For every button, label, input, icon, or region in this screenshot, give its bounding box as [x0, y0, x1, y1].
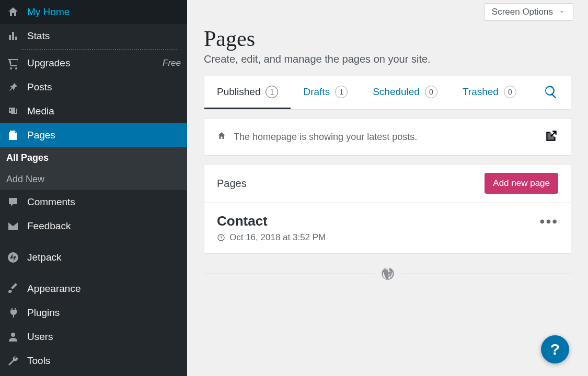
media-icon	[6, 104, 20, 118]
sidebar-item-my-home[interactable]: My Home	[0, 0, 187, 24]
svg-point-1	[11, 333, 15, 337]
page-title: Pages	[204, 26, 580, 51]
external-link-icon	[545, 129, 558, 143]
page-row[interactable]: Contact Oct 16, 2018 at 3:52 PM •••	[204, 203, 571, 253]
tab-label: Trashed	[463, 86, 499, 98]
sidebar-item-label: Users	[27, 331, 53, 343]
brush-icon	[6, 282, 20, 296]
sidebar-item-pages[interactable]: Pages	[0, 123, 187, 147]
sidebar-item-label: Upgrades	[27, 57, 70, 69]
sidebar-item-jetpack[interactable]: Jetpack	[0, 245, 187, 269]
sidebar-submenu-pages: All Pages Add New	[0, 147, 187, 190]
sidebar-item-label: Plugins	[27, 307, 60, 319]
sidebar-item-label: Stats	[27, 30, 50, 42]
tab-label: Drafts	[303, 86, 330, 98]
stats-icon	[6, 29, 20, 43]
wordpress-logo-icon	[381, 266, 395, 281]
count-badge: 1	[266, 86, 278, 98]
pin-icon	[6, 80, 20, 94]
count-badge: 1	[335, 86, 348, 98]
help-icon: ?	[550, 340, 560, 358]
tab-scheduled[interactable]: Scheduled 0	[360, 76, 450, 109]
search-icon	[544, 85, 558, 99]
sidebar-item-media[interactable]: Media	[0, 99, 187, 123]
sidebar-item-tools[interactable]: Tools	[0, 349, 187, 373]
screen-options-button[interactable]: Screen Options	[484, 3, 573, 21]
external-link-button[interactable]	[545, 129, 558, 145]
comments-icon	[6, 195, 20, 209]
sidebar-item-posts[interactable]: Posts	[0, 75, 187, 99]
tab-label: Scheduled	[373, 86, 420, 98]
page-row-title: Contact	[217, 213, 326, 229]
chevron-down-icon	[558, 8, 566, 16]
pages-section-label: Pages	[217, 178, 247, 190]
feedback-icon	[6, 219, 20, 233]
tabs-panel: Published 1 Drafts 1 Scheduled 0 Trashed…	[204, 76, 571, 110]
sidebar-item-label: Comments	[27, 196, 75, 208]
page-description: Create, edit, and manage the pages on yo…	[204, 53, 580, 65]
page-row-more-button[interactable]: •••	[540, 213, 558, 230]
cart-icon	[6, 56, 20, 70]
sidebar-item-stats[interactable]: Stats	[0, 24, 187, 48]
tab-drafts[interactable]: Drafts 1	[291, 76, 360, 109]
sidebar-item-label: Appearance	[27, 283, 80, 295]
sidebar-sub-add-new[interactable]: Add New	[0, 169, 187, 190]
jetpack-icon	[6, 251, 20, 264]
sidebar-item-label: My Home	[27, 6, 70, 18]
count-badge: 0	[425, 86, 437, 98]
page-row-date: Oct 16, 2018 at 3:52 PM	[229, 232, 326, 243]
add-new-page-button[interactable]: Add new page	[485, 173, 558, 194]
home-notice-panel: The homepage is showing your latest post…	[204, 118, 571, 156]
home-icon	[217, 131, 226, 143]
wrench-icon	[6, 354, 20, 368]
pages-icon	[6, 128, 20, 142]
sidebar-item-label: Posts	[27, 81, 52, 93]
tab-label: Published	[217, 86, 260, 98]
sidebar-item-label: Tools	[27, 355, 50, 367]
svg-point-0	[8, 252, 18, 263]
help-button[interactable]: ?	[541, 335, 569, 363]
plug-icon	[6, 306, 20, 320]
tabs: Published 1 Drafts 1 Scheduled 0 Trashed…	[204, 76, 571, 109]
user-icon	[6, 330, 20, 344]
sidebar-item-label: Jetpack	[27, 252, 61, 263]
sidebar-item-label: Media	[27, 105, 54, 117]
sidebar-sub-all-pages[interactable]: All Pages	[0, 147, 187, 169]
main-content: Screen Options Pages Create, edit, and m…	[187, 0, 588, 376]
screen-options-label: Screen Options	[492, 7, 553, 17]
home-icon	[6, 5, 20, 19]
clock-icon	[217, 233, 225, 242]
count-badge: 0	[504, 86, 516, 98]
sidebar-item-label: Pages	[27, 130, 55, 141]
sidebar-item-label: Feedback	[27, 220, 71, 232]
sidebar-item-plugins[interactable]: Plugins	[0, 301, 187, 325]
sidebar-item-upgrades[interactable]: Upgrades Free	[0, 51, 187, 75]
sidebar-item-meta: Free	[163, 58, 181, 68]
sidebar-item-appearance[interactable]: Appearance	[0, 277, 187, 301]
tab-published[interactable]: Published 1	[204, 76, 291, 109]
admin-sidebar: My Home Stats Upgrades Free Posts Media …	[0, 0, 187, 376]
sidebar-divider	[21, 49, 177, 50]
sidebar-item-feedback[interactable]: Feedback	[0, 214, 187, 238]
search-button[interactable]	[531, 85, 571, 101]
home-notice-message: The homepage is showing your latest post…	[234, 132, 417, 143]
pages-list-panel: Pages Add new page Contact Oct 16, 2018 …	[204, 164, 571, 254]
sidebar-item-comments[interactable]: Comments	[0, 190, 187, 214]
tab-trashed[interactable]: Trashed 0	[450, 76, 529, 109]
page-header: Pages Create, edit, and manage the pages…	[204, 26, 580, 65]
wp-divider	[204, 266, 571, 281]
sidebar-item-users[interactable]: Users	[0, 325, 187, 349]
